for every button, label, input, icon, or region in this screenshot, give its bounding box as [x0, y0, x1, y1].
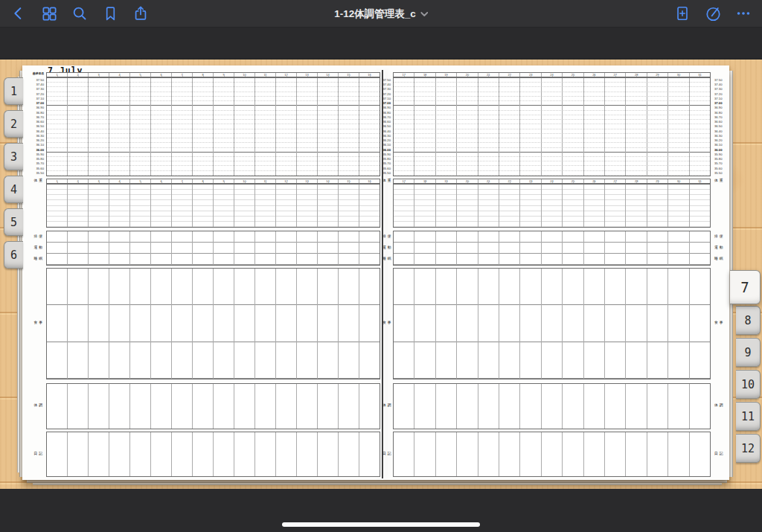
- toolbar-right-group: [673, 4, 753, 23]
- tab-6[interactable]: 6: [4, 241, 23, 269]
- bookmark-button[interactable]: [100, 4, 120, 23]
- tab-7[interactable]: 7: [730, 270, 761, 304]
- search-button[interactable]: [70, 4, 89, 23]
- share-button[interactable]: [131, 4, 150, 23]
- tab-3[interactable]: 3: [4, 143, 23, 170]
- tab-1[interactable]: 1: [4, 77, 23, 105]
- thumbnails-icon: [41, 5, 58, 22]
- page-thumbnails-button[interactable]: [39, 4, 59, 23]
- index-tabs: 123456789101112: [0, 0, 762, 532]
- tab-2[interactable]: 2: [4, 110, 23, 138]
- tab-4[interactable]: 4: [4, 176, 23, 203]
- add-page-button[interactable]: [673, 4, 692, 23]
- share-icon: [132, 5, 149, 22]
- more-options-button[interactable]: [734, 4, 753, 23]
- tab-8[interactable]: 8: [736, 306, 761, 335]
- pen-tool-icon: [705, 5, 722, 22]
- toolbar-secondary-area: [0, 28, 762, 60]
- tab-11[interactable]: 11: [736, 402, 761, 431]
- document-title: 1-12体調管理表_c: [334, 7, 416, 21]
- bookmark-icon: [103, 6, 118, 22]
- document-title-menu[interactable]: 1-12体調管理表_c: [334, 0, 428, 28]
- pen-mode-button[interactable]: [703, 4, 723, 23]
- back-button[interactable]: [9, 4, 28, 23]
- tab-9[interactable]: 9: [736, 338, 761, 367]
- search-icon: [71, 5, 88, 22]
- bottom-bar: [0, 489, 762, 532]
- toolbar-left-group: [9, 4, 150, 23]
- toolbar: 1-12体調管理表_c: [0, 0, 762, 28]
- app-screen: 1-12体調管理表_c 7 July 基礎体温37.5037.4037.3037…: [0, 0, 762, 532]
- add-page-icon: [674, 5, 691, 22]
- tab-5[interactable]: 5: [4, 208, 23, 236]
- ellipsis-icon: [735, 5, 752, 22]
- home-indicator[interactable]: [282, 522, 480, 527]
- tab-10[interactable]: 10: [736, 370, 761, 399]
- back-chevron-icon: [10, 5, 27, 22]
- chevron-down-icon: [420, 8, 428, 19]
- tab-12[interactable]: 12: [736, 434, 761, 463]
